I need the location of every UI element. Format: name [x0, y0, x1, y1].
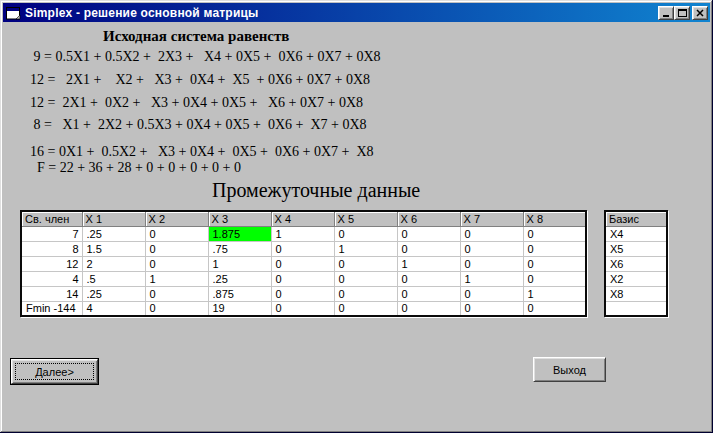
grid-cell[interactable]: 1 [145, 271, 208, 286]
minimize-button[interactable] [658, 6, 674, 20]
grid-cell[interactable]: 0 [334, 286, 397, 301]
table-row: 1220100100 [21, 256, 586, 271]
grid-cell[interactable]: 0 [460, 256, 523, 271]
table-row: X5 [605, 241, 667, 256]
grid-cell[interactable]: 12 [21, 256, 82, 271]
form-icon [6, 7, 21, 20]
grid-cell[interactable]: 0 [523, 301, 586, 316]
grid-cell[interactable]: 0 [523, 226, 586, 241]
grid-cell[interactable]: 0 [460, 226, 523, 241]
table-row: 4.51.2500010 [21, 271, 586, 286]
grid-cell[interactable]: 0 [523, 256, 586, 271]
equation-line: 12 = 2X1 + 0X2 + X3 + 0X4 + 0X5 + X6 + 0… [30, 95, 381, 111]
maximize-button[interactable] [674, 6, 690, 20]
basis-grid[interactable]: БазисX4X5X6X2X8 [604, 210, 668, 317]
column-header: X 5 [334, 211, 397, 226]
column-header: X 4 [271, 211, 334, 226]
equation-list: 9 = 0.5X1 + 0.5X2 + 2X3 + X4 + 0X5 + 0X6… [30, 49, 381, 176]
header-row: Св. членX 1X 2X 3X 4X 5X 6X 7X 8 [21, 211, 586, 226]
grid-cell[interactable]: X5 [605, 241, 667, 256]
grid-cell[interactable]: .25 [82, 226, 145, 241]
grid-cell[interactable]: 0 [271, 271, 334, 286]
exit-button[interactable]: Выход [533, 357, 606, 382]
grid-cell[interactable]: 7 [21, 226, 82, 241]
app-window: Simplex - решение основной матрицы Исход… [0, 0, 713, 433]
grid-cell[interactable]: 4 [82, 301, 145, 316]
title-bar[interactable]: Simplex - решение основной матрицы [3, 3, 710, 22]
grid-cell[interactable]: 0 [271, 286, 334, 301]
grid-cell[interactable]: 0 [145, 226, 208, 241]
grid-cell[interactable]: 1 [271, 226, 334, 241]
equation-line: 9 = 0.5X1 + 0.5X2 + 2X3 + X4 + 0X5 + 0X6… [30, 49, 381, 65]
maximize-icon [678, 8, 687, 17]
column-header: X 2 [145, 211, 208, 226]
grid-cell[interactable]: 0 [523, 241, 586, 256]
grid-cell[interactable]: 0 [397, 271, 460, 286]
grid-cell[interactable]: 0 [397, 286, 460, 301]
grid-cell[interactable]: X2 [605, 271, 667, 286]
caption-buttons [658, 6, 708, 20]
initial-system-heading: Исходная система равенств [103, 28, 289, 45]
table-row: 14.250.87500001 [21, 286, 586, 301]
close-icon [696, 9, 704, 17]
minimize-icon [662, 9, 670, 17]
table-row: Fmin -144401900000 [21, 301, 586, 316]
table-row: 81.50.7501000 [21, 241, 586, 256]
equation-line: F = 22 + 36 + 28 + 0 + 0 + 0 + 0 + 0 [30, 160, 381, 176]
column-header: X 6 [397, 211, 460, 226]
table-row: 7.2501.87510000 [21, 226, 586, 241]
grid-cell[interactable]: 1 [208, 256, 271, 271]
grid-cell[interactable]: 19 [208, 301, 271, 316]
grid-cell[interactable]: .875 [208, 286, 271, 301]
column-header: Базис [605, 211, 667, 226]
grid-cell[interactable]: 0 [334, 271, 397, 286]
next-button[interactable]: Далее> [11, 359, 98, 384]
column-header: X 7 [460, 211, 523, 226]
grid-cell[interactable]: 0 [145, 256, 208, 271]
grid-cell[interactable]: 0 [397, 241, 460, 256]
close-button[interactable] [692, 6, 708, 20]
grid-cell[interactable]: Fmin -144 [21, 301, 82, 316]
grid-cell[interactable]: 1 [460, 271, 523, 286]
grid-cell[interactable]: 0 [271, 301, 334, 316]
grid-cell[interactable]: 0 [523, 271, 586, 286]
grid-cell[interactable]: 1.5 [82, 241, 145, 256]
grid-cell[interactable]: 1 [397, 256, 460, 271]
grid-cell[interactable]: 0 [145, 241, 208, 256]
window-title: Simplex - решение основной матрицы [25, 6, 658, 20]
grid-cell[interactable]: X6 [605, 256, 667, 271]
equation-line: 8 = X1 + 2X2 + 0.5X3 + 0X4 + 0X5 + 0X6 +… [30, 117, 381, 133]
grid-cell[interactable]: 8 [21, 241, 82, 256]
grid-cell[interactable]: .25 [208, 271, 271, 286]
table-row [605, 301, 667, 316]
grid-cell[interactable]: 0 [145, 301, 208, 316]
grid-cell[interactable]: 0 [334, 301, 397, 316]
grid-cell[interactable]: 0 [460, 241, 523, 256]
grid-cell[interactable]: 4 [21, 271, 82, 286]
grid-cell[interactable]: 0 [271, 241, 334, 256]
grid-cell[interactable]: X8 [605, 286, 667, 301]
grid-cell[interactable]: 1 [523, 286, 586, 301]
column-header: X 3 [208, 211, 271, 226]
grid-cell[interactable]: .75 [208, 241, 271, 256]
intermediate-data-heading: Промежуточные данные [212, 179, 420, 202]
grid-cell[interactable]: 0 [397, 301, 460, 316]
table-row: X4 [605, 226, 667, 241]
grid-cell[interactable]: 0 [334, 226, 397, 241]
grid-cell[interactable] [605, 301, 667, 316]
grid-cell[interactable]: 0 [271, 256, 334, 271]
equation-line: 16 = 0X1 + 0.5X2 + X3 + 0X4 + 0X5 + 0X6 … [30, 144, 381, 160]
grid-cell[interactable]: .25 [82, 286, 145, 301]
grid-cell[interactable]: 14 [21, 286, 82, 301]
grid-cell[interactable]: 2 [82, 256, 145, 271]
grid-cell[interactable]: .5 [82, 271, 145, 286]
grid-cell[interactable]: 0 [334, 256, 397, 271]
grid-cell[interactable]: 0 [397, 226, 460, 241]
grid-cell[interactable]: 0 [460, 301, 523, 316]
simplex-grid[interactable]: Св. членX 1X 2X 3X 4X 5X 6X 7X 87.2501.8… [20, 210, 587, 317]
grid-cell[interactable]: 0 [460, 286, 523, 301]
grid-cell[interactable]: 1 [334, 241, 397, 256]
grid-cell[interactable]: 0 [145, 286, 208, 301]
grid-cell[interactable]: X4 [605, 226, 667, 241]
grid-cell[interactable]: 1.875 [208, 226, 271, 241]
